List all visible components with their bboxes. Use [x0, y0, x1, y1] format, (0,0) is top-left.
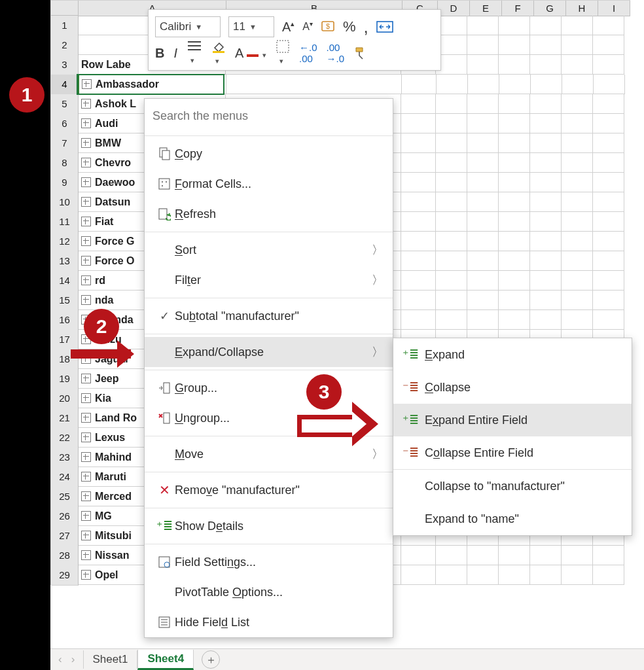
cell[interactable] — [226, 75, 402, 94]
decrease-decimal-icon[interactable]: .00→.0 — [327, 42, 345, 64]
cell[interactable] — [562, 133, 593, 153]
cell[interactable] — [593, 114, 624, 133]
expand-toggle-icon[interactable] — [81, 118, 91, 128]
cell[interactable] — [530, 251, 562, 271]
row-header[interactable]: 16 — [51, 310, 79, 330]
cell[interactable] — [436, 153, 467, 173]
cell[interactable] — [530, 133, 562, 153]
cell[interactable] — [467, 310, 499, 330]
row-header[interactable]: 23 — [51, 448, 79, 468]
cell[interactable] — [436, 232, 467, 251]
cell[interactable] — [401, 94, 436, 114]
cell[interactable] — [562, 35, 593, 55]
cell[interactable] — [499, 35, 530, 55]
expand-toggle-icon[interactable] — [81, 374, 91, 383]
menu-search-input[interactable] — [151, 105, 389, 126]
font-family-combo[interactable]: Calibri▼ — [155, 16, 221, 37]
sheet-tab-1[interactable]: Sheet1 — [83, 650, 138, 669]
cell[interactable] — [593, 192, 624, 212]
menu-remove[interactable]: ✕ Remove "manufacturer" — [145, 475, 393, 505]
cell[interactable] — [401, 271, 436, 291]
column-header-G[interactable]: G — [534, 1, 566, 16]
menu-format-cells[interactable]: Format Cells... — [145, 169, 393, 199]
expand-toggle-icon[interactable] — [81, 393, 91, 403]
expand-toggle-icon[interactable] — [81, 217, 91, 226]
cell[interactable] — [530, 35, 562, 55]
cell[interactable] — [530, 291, 562, 310]
cell[interactable] — [467, 192, 499, 212]
cell[interactable] — [593, 291, 624, 310]
cell[interactable] — [436, 271, 467, 291]
cell[interactable] — [467, 133, 499, 153]
cell[interactable] — [436, 94, 467, 114]
increase-font-icon[interactable]: A▴ — [282, 20, 295, 35]
cell[interactable] — [402, 75, 437, 94]
bold-button[interactable]: B — [155, 46, 164, 61]
format-painter-icon[interactable] — [353, 45, 369, 61]
new-sheet-button[interactable]: ＋ — [202, 650, 220, 669]
row-header[interactable]: 8 — [51, 153, 79, 173]
cell[interactable] — [467, 271, 499, 291]
menu-hide-field-list[interactable]: Hide Field List — [145, 607, 393, 637]
column-header-E[interactable]: E — [470, 1, 502, 16]
row-header[interactable]: 20 — [51, 389, 79, 409]
cell[interactable] — [593, 55, 624, 75]
expand-toggle-icon[interactable] — [81, 236, 91, 246]
currency-icon[interactable]: $ — [321, 20, 335, 34]
cell[interactable] — [467, 212, 499, 232]
cell[interactable] — [437, 75, 468, 94]
cell[interactable] — [562, 75, 594, 94]
cell[interactable] — [401, 133, 436, 153]
cell[interactable] — [593, 251, 624, 271]
cell[interactable] — [436, 291, 467, 310]
cell[interactable] — [530, 565, 562, 585]
cell[interactable] — [593, 173, 624, 192]
cell[interactable] — [530, 232, 562, 251]
expand-toggle-icon[interactable] — [81, 432, 91, 442]
row-header[interactable]: 7 — [51, 133, 79, 154]
row-header[interactable]: 28 — [51, 546, 79, 566]
cell[interactable] — [401, 310, 436, 330]
expand-toggle-icon[interactable] — [81, 511, 91, 521]
cell[interactable] — [562, 232, 593, 251]
fill-color-button[interactable]: ▾ — [211, 39, 226, 67]
cell[interactable] — [436, 251, 467, 271]
cell[interactable] — [467, 291, 499, 310]
cell[interactable] — [593, 271, 624, 291]
cell[interactable] — [530, 16, 562, 35]
cell[interactable] — [594, 75, 625, 94]
cell[interactable] — [467, 232, 499, 251]
cell[interactable] — [562, 94, 593, 114]
cell[interactable] — [593, 16, 624, 35]
font-color-button[interactable]: A ▾ — [235, 46, 266, 61]
submenu-collapse[interactable]: ⁻≣ Collapse — [393, 371, 632, 404]
cell[interactable] — [467, 173, 499, 192]
expand-toggle-icon[interactable] — [81, 413, 91, 423]
cell[interactable] — [436, 546, 467, 565]
cell[interactable] — [562, 271, 593, 291]
comma-style-icon[interactable]: , — [364, 17, 368, 37]
expand-toggle-icon[interactable] — [81, 531, 91, 540]
cell[interactable] — [530, 310, 562, 330]
menu-field-settings[interactable]: Field Settings... — [145, 547, 393, 577]
cell[interactable] — [562, 55, 593, 75]
cell[interactable] — [562, 16, 593, 35]
expand-toggle-icon[interactable] — [81, 295, 91, 305]
cell[interactable] — [562, 212, 593, 232]
cell[interactable] — [401, 291, 436, 310]
cell[interactable] — [499, 75, 531, 94]
cell[interactable] — [467, 565, 499, 585]
decrease-font-icon[interactable]: A▾ — [302, 20, 313, 33]
cell[interactable] — [467, 251, 499, 271]
menu-show-details[interactable]: ⁺≣ Show Details — [145, 511, 393, 541]
expand-toggle-icon[interactable] — [81, 472, 91, 482]
submenu-expand-to[interactable]: Expand to "name" — [393, 502, 632, 535]
cell[interactable] — [467, 35, 499, 55]
menu-subtotal[interactable]: ✓ Subtotal "manufacturer" — [145, 301, 393, 331]
cell[interactable] — [401, 565, 436, 585]
menu-sort[interactable]: Sort〉 — [145, 235, 393, 265]
row-header[interactable]: 29 — [51, 565, 79, 586]
submenu-collapse-entire-field[interactable]: ⁻≣ Collapse Entire Field — [393, 436, 632, 469]
cell[interactable] — [401, 232, 436, 251]
submenu-collapse-to[interactable]: Collapse to "manufacturer" — [393, 470, 632, 502]
